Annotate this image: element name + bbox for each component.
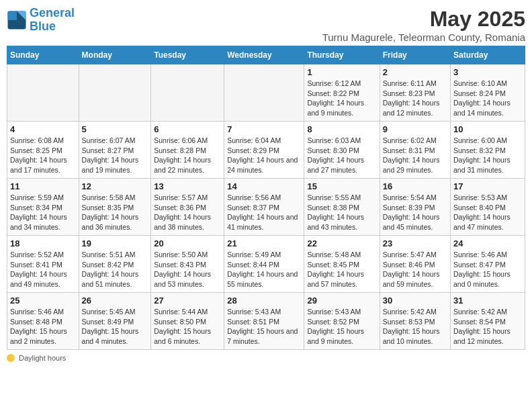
day-info: Sunrise: 5:58 AM Sunset: 8:35 PM Dayligh… [82,193,148,232]
column-header-tuesday: Tuesday [151,46,224,64]
day-number: 15 [307,181,376,191]
calendar-cell: 24Sunrise: 5:46 AM Sunset: 8:47 PM Dayli… [451,236,525,293]
day-number: 13 [154,181,221,191]
day-info: Sunrise: 5:50 AM Sunset: 8:43 PM Dayligh… [154,250,221,289]
calendar-cell: 29Sunrise: 5:43 AM Sunset: 8:52 PM Dayli… [304,293,380,350]
calendar-cell: 18Sunrise: 5:52 AM Sunset: 8:41 PM Dayli… [7,236,79,293]
calendar-cell: 25Sunrise: 5:46 AM Sunset: 8:48 PM Dayli… [7,293,79,350]
week-row-5: 25Sunrise: 5:46 AM Sunset: 8:48 PM Dayli… [7,293,525,350]
calendar-cell: 4Sunrise: 6:08 AM Sunset: 8:25 PM Daylig… [7,122,79,179]
week-row-2: 4Sunrise: 6:08 AM Sunset: 8:25 PM Daylig… [7,122,525,179]
week-row-1: 1Sunrise: 6:12 AM Sunset: 8:22 PM Daylig… [7,64,525,122]
calendar-cell: 30Sunrise: 5:42 AM Sunset: 8:53 PM Dayli… [380,293,450,350]
day-info: Sunrise: 6:02 AM Sunset: 8:31 PM Dayligh… [383,136,447,175]
calendar-body: 1Sunrise: 6:12 AM Sunset: 8:22 PM Daylig… [7,64,525,350]
main-title: May 2025 [322,7,525,32]
calendar-cell [7,64,79,122]
calendar-cell [79,64,151,122]
calendar-cell [151,64,224,122]
logo: General Blue [7,7,75,34]
calendar-cell: 3Sunrise: 6:10 AM Sunset: 8:24 PM Daylig… [451,64,525,122]
day-number: 27 [154,295,221,306]
day-number: 14 [227,181,301,191]
calendar-cell: 17Sunrise: 5:53 AM Sunset: 8:40 PM Dayli… [451,179,525,236]
day-info: Sunrise: 6:12 AM Sunset: 8:22 PM Dayligh… [307,79,376,118]
calendar-cell: 23Sunrise: 5:47 AM Sunset: 8:46 PM Dayli… [380,236,450,293]
column-header-sunday: Sunday [7,46,79,64]
day-number: 26 [82,295,148,306]
day-number: 23 [383,238,447,248]
page-header: General Blue May 2025 Turnu Magurele, Te… [7,7,525,43]
day-number: 18 [10,238,76,248]
calendar-cell: 12Sunrise: 5:58 AM Sunset: 8:35 PM Dayli… [79,179,151,236]
day-info: Sunrise: 5:43 AM Sunset: 8:52 PM Dayligh… [307,307,376,347]
day-number: 8 [307,124,376,134]
logo-line2: Blue [30,19,56,33]
day-info: Sunrise: 6:07 AM Sunset: 8:27 PM Dayligh… [82,136,148,175]
svg-rect-1 [8,11,17,20]
day-number: 20 [154,238,221,248]
calendar-cell: 20Sunrise: 5:50 AM Sunset: 8:43 PM Dayli… [151,236,224,293]
title-section: May 2025 Turnu Magurele, Teleorman Count… [322,7,525,43]
calendar-cell: 26Sunrise: 5:45 AM Sunset: 8:49 PM Dayli… [79,293,151,350]
day-info: Sunrise: 5:57 AM Sunset: 8:36 PM Dayligh… [154,193,221,232]
day-info: Sunrise: 5:54 AM Sunset: 8:39 PM Dayligh… [383,193,447,232]
day-info: Sunrise: 6:04 AM Sunset: 8:29 PM Dayligh… [227,136,301,175]
logo-line1: General [30,6,75,19]
day-info: Sunrise: 5:51 AM Sunset: 8:42 PM Dayligh… [82,250,148,289]
day-number: 30 [383,295,447,306]
calendar-cell: 21Sunrise: 5:49 AM Sunset: 8:44 PM Dayli… [224,236,304,293]
day-number: 31 [453,295,522,306]
day-number: 29 [307,295,376,306]
day-number: 19 [82,238,148,248]
calendar-cell: 5Sunrise: 6:07 AM Sunset: 8:27 PM Daylig… [79,122,151,179]
day-number: 10 [453,124,522,134]
day-info: Sunrise: 5:56 AM Sunset: 8:37 PM Dayligh… [227,193,301,232]
day-info: Sunrise: 6:11 AM Sunset: 8:23 PM Dayligh… [383,79,447,118]
column-header-friday: Friday [380,46,450,64]
day-info: Sunrise: 5:44 AM Sunset: 8:50 PM Dayligh… [154,307,221,347]
day-number: 4 [10,124,76,134]
day-info: Sunrise: 5:45 AM Sunset: 8:49 PM Dayligh… [82,307,148,347]
day-info: Sunrise: 6:10 AM Sunset: 8:24 PM Dayligh… [453,79,522,118]
daylight-dot [7,354,15,362]
day-info: Sunrise: 5:49 AM Sunset: 8:44 PM Dayligh… [227,250,301,289]
day-number: 12 [82,181,148,191]
day-info: Sunrise: 5:48 AM Sunset: 8:45 PM Dayligh… [307,250,376,289]
footer: Daylight hours [7,354,525,362]
day-number: 25 [10,295,76,306]
logo-text: General Blue [30,7,75,34]
column-header-thursday: Thursday [304,46,380,64]
column-header-wednesday: Wednesday [224,46,304,64]
day-info: Sunrise: 6:00 AM Sunset: 8:32 PM Dayligh… [453,136,522,175]
calendar-cell: 8Sunrise: 6:03 AM Sunset: 8:30 PM Daylig… [304,122,380,179]
day-number: 24 [453,238,522,248]
calendar-cell: 16Sunrise: 5:54 AM Sunset: 8:39 PM Dayli… [380,179,450,236]
calendar-cell: 19Sunrise: 5:51 AM Sunset: 8:42 PM Dayli… [79,236,151,293]
calendar-cell: 27Sunrise: 5:44 AM Sunset: 8:50 PM Dayli… [151,293,224,350]
day-number: 22 [307,238,376,248]
day-info: Sunrise: 5:59 AM Sunset: 8:34 PM Dayligh… [10,193,76,232]
day-info: Sunrise: 5:52 AM Sunset: 8:41 PM Dayligh… [10,250,76,289]
day-info: Sunrise: 6:03 AM Sunset: 8:30 PM Dayligh… [307,136,376,175]
day-info: Sunrise: 5:42 AM Sunset: 8:53 PM Dayligh… [383,307,447,347]
logo-icon [7,10,27,30]
calendar-cell: 1Sunrise: 6:12 AM Sunset: 8:22 PM Daylig… [304,64,380,122]
day-info: Sunrise: 5:46 AM Sunset: 8:47 PM Dayligh… [453,250,522,289]
calendar-cell [224,64,304,122]
day-number: 9 [383,124,447,134]
day-number: 17 [453,181,522,191]
day-number: 16 [383,181,447,191]
day-info: Sunrise: 5:47 AM Sunset: 8:46 PM Dayligh… [383,250,447,289]
calendar-cell: 14Sunrise: 5:56 AM Sunset: 8:37 PM Dayli… [224,179,304,236]
day-number: 1 [307,67,376,77]
calendar-cell: 11Sunrise: 5:59 AM Sunset: 8:34 PM Dayli… [7,179,79,236]
day-number: 28 [227,295,301,306]
calendar-cell: 28Sunrise: 5:43 AM Sunset: 8:51 PM Dayli… [224,293,304,350]
week-row-4: 18Sunrise: 5:52 AM Sunset: 8:41 PM Dayli… [7,236,525,293]
calendar-cell: 9Sunrise: 6:02 AM Sunset: 8:31 PM Daylig… [380,122,450,179]
daylight-label: Daylight hours [19,354,66,362]
column-header-saturday: Saturday [451,46,525,64]
calendar-cell: 2Sunrise: 6:11 AM Sunset: 8:23 PM Daylig… [380,64,450,122]
day-info: Sunrise: 5:43 AM Sunset: 8:51 PM Dayligh… [227,307,301,347]
